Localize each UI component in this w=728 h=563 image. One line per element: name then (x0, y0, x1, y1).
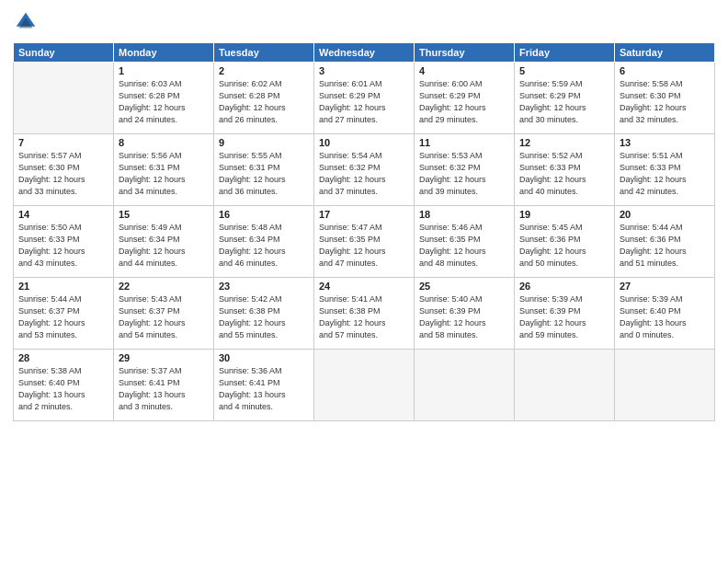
day-number: 17 (319, 209, 409, 220)
day-number: 27 (620, 281, 710, 292)
calendar-week-4: 21Sunrise: 5:44 AM Sunset: 6:37 PM Dayli… (14, 278, 715, 350)
day-info: Sunrise: 5:59 AM Sunset: 6:29 PM Dayligh… (519, 78, 609, 126)
day-info: Sunrise: 5:49 AM Sunset: 6:34 PM Dayligh… (119, 222, 209, 270)
day-info: Sunrise: 5:44 AM Sunset: 6:36 PM Dayligh… (620, 222, 710, 270)
day-number: 25 (419, 281, 509, 292)
calendar-cell: 18Sunrise: 5:46 AM Sunset: 6:35 PM Dayli… (415, 206, 515, 278)
day-info: Sunrise: 6:00 AM Sunset: 6:29 PM Dayligh… (419, 78, 509, 126)
day-number: 3 (319, 65, 409, 76)
day-number: 23 (219, 281, 309, 292)
day-info: Sunrise: 5:50 AM Sunset: 6:33 PM Dayligh… (18, 222, 108, 270)
calendar-cell (515, 350, 615, 421)
weekday-header-monday: Monday (114, 43, 214, 63)
calendar-cell: 20Sunrise: 5:44 AM Sunset: 6:36 PM Dayli… (615, 206, 715, 278)
day-info: Sunrise: 5:47 AM Sunset: 6:35 PM Dayligh… (319, 222, 409, 270)
weekday-header-friday: Friday (515, 43, 615, 63)
day-info: Sunrise: 5:39 AM Sunset: 6:40 PM Dayligh… (620, 293, 710, 341)
day-number: 5 (519, 65, 609, 76)
day-number: 29 (119, 352, 209, 363)
header (13, 9, 715, 35)
day-info: Sunrise: 5:58 AM Sunset: 6:30 PM Dayligh… (620, 78, 710, 126)
calendar-cell: 4Sunrise: 6:00 AM Sunset: 6:29 PM Daylig… (415, 63, 515, 134)
day-info: Sunrise: 5:39 AM Sunset: 6:39 PM Dayligh… (519, 293, 609, 341)
calendar-cell (415, 350, 515, 421)
day-number: 1 (119, 65, 209, 76)
day-number: 14 (18, 209, 108, 220)
weekday-header-row: SundayMondayTuesdayWednesdayThursdayFrid… (14, 43, 715, 63)
day-info: Sunrise: 5:55 AM Sunset: 6:31 PM Dayligh… (219, 150, 309, 198)
calendar-cell: 24Sunrise: 5:41 AM Sunset: 6:38 PM Dayli… (314, 278, 415, 350)
weekday-header-tuesday: Tuesday (214, 43, 314, 63)
day-number: 21 (18, 281, 108, 292)
day-number: 20 (620, 209, 710, 220)
day-number: 12 (519, 137, 609, 148)
calendar-cell: 11Sunrise: 5:53 AM Sunset: 6:32 PM Dayli… (415, 134, 515, 206)
day-number: 11 (419, 137, 509, 148)
day-info: Sunrise: 5:42 AM Sunset: 6:38 PM Dayligh… (219, 293, 309, 341)
calendar-cell (314, 350, 415, 421)
day-info: Sunrise: 5:52 AM Sunset: 6:33 PM Dayligh… (519, 150, 609, 198)
calendar-cell: 10Sunrise: 5:54 AM Sunset: 6:32 PM Dayli… (314, 134, 415, 206)
calendar-cell: 14Sunrise: 5:50 AM Sunset: 6:33 PM Dayli… (14, 206, 114, 278)
day-info: Sunrise: 6:03 AM Sunset: 6:28 PM Dayligh… (119, 78, 209, 126)
calendar-cell: 21Sunrise: 5:44 AM Sunset: 6:37 PM Dayli… (14, 278, 114, 350)
day-number: 10 (319, 137, 409, 148)
weekday-header-thursday: Thursday (415, 43, 515, 63)
calendar-cell: 7Sunrise: 5:57 AM Sunset: 6:30 PM Daylig… (14, 134, 114, 206)
day-number: 28 (18, 352, 108, 363)
calendar-cell: 27Sunrise: 5:39 AM Sunset: 6:40 PM Dayli… (615, 278, 715, 350)
day-info: Sunrise: 5:53 AM Sunset: 6:32 PM Dayligh… (419, 150, 509, 198)
day-info: Sunrise: 5:36 AM Sunset: 6:41 PM Dayligh… (219, 365, 309, 413)
calendar-week-2: 7Sunrise: 5:57 AM Sunset: 6:30 PM Daylig… (14, 134, 715, 206)
day-info: Sunrise: 5:38 AM Sunset: 6:40 PM Dayligh… (18, 365, 108, 413)
calendar-week-1: 1Sunrise: 6:03 AM Sunset: 6:28 PM Daylig… (14, 63, 715, 134)
day-number: 4 (419, 65, 509, 76)
calendar-cell: 23Sunrise: 5:42 AM Sunset: 6:38 PM Dayli… (214, 278, 314, 350)
calendar-cell: 13Sunrise: 5:51 AM Sunset: 6:33 PM Dayli… (615, 134, 715, 206)
day-info: Sunrise: 5:57 AM Sunset: 6:30 PM Dayligh… (18, 150, 108, 198)
weekday-header-wednesday: Wednesday (314, 43, 415, 63)
logo (13, 9, 42, 35)
calendar-cell (14, 63, 114, 134)
calendar-week-5: 28Sunrise: 5:38 AM Sunset: 6:40 PM Dayli… (14, 350, 715, 421)
weekday-header-saturday: Saturday (615, 43, 715, 63)
day-info: Sunrise: 5:44 AM Sunset: 6:37 PM Dayligh… (18, 293, 108, 341)
day-number: 7 (18, 137, 108, 148)
day-info: Sunrise: 5:51 AM Sunset: 6:33 PM Dayligh… (620, 150, 710, 198)
calendar-cell: 3Sunrise: 6:01 AM Sunset: 6:29 PM Daylig… (314, 63, 415, 134)
day-info: Sunrise: 6:02 AM Sunset: 6:28 PM Dayligh… (219, 78, 309, 126)
day-number: 6 (620, 65, 710, 76)
calendar-cell (615, 350, 715, 421)
day-number: 15 (119, 209, 209, 220)
calendar-week-3: 14Sunrise: 5:50 AM Sunset: 6:33 PM Dayli… (14, 206, 715, 278)
calendar-cell: 16Sunrise: 5:48 AM Sunset: 6:34 PM Dayli… (214, 206, 314, 278)
day-number: 24 (319, 281, 409, 292)
day-number: 26 (519, 281, 609, 292)
day-number: 13 (620, 137, 710, 148)
calendar-cell: 19Sunrise: 5:45 AM Sunset: 6:36 PM Dayli… (515, 206, 615, 278)
calendar-cell: 28Sunrise: 5:38 AM Sunset: 6:40 PM Dayli… (14, 350, 114, 421)
calendar-cell: 12Sunrise: 5:52 AM Sunset: 6:33 PM Dayli… (515, 134, 615, 206)
calendar-cell: 1Sunrise: 6:03 AM Sunset: 6:28 PM Daylig… (114, 63, 214, 134)
day-info: Sunrise: 6:01 AM Sunset: 6:29 PM Dayligh… (319, 78, 409, 126)
day-info: Sunrise: 5:41 AM Sunset: 6:38 PM Dayligh… (319, 293, 409, 341)
calendar-cell: 22Sunrise: 5:43 AM Sunset: 6:37 PM Dayli… (114, 278, 214, 350)
day-number: 9 (219, 137, 309, 148)
day-number: 30 (219, 352, 309, 363)
day-number: 2 (219, 65, 309, 76)
day-info: Sunrise: 5:37 AM Sunset: 6:41 PM Dayligh… (119, 365, 209, 413)
calendar-cell: 25Sunrise: 5:40 AM Sunset: 6:39 PM Dayli… (415, 278, 515, 350)
calendar-table: SundayMondayTuesdayWednesdayThursdayFrid… (13, 42, 715, 421)
day-info: Sunrise: 5:48 AM Sunset: 6:34 PM Dayligh… (219, 222, 309, 270)
calendar-cell: 15Sunrise: 5:49 AM Sunset: 6:34 PM Dayli… (114, 206, 214, 278)
day-info: Sunrise: 5:54 AM Sunset: 6:32 PM Dayligh… (319, 150, 409, 198)
calendar-cell: 30Sunrise: 5:36 AM Sunset: 6:41 PM Dayli… (214, 350, 314, 421)
day-number: 18 (419, 209, 509, 220)
logo-icon (13, 9, 39, 35)
calendar-cell: 6Sunrise: 5:58 AM Sunset: 6:30 PM Daylig… (615, 63, 715, 134)
day-number: 16 (219, 209, 309, 220)
calendar-cell: 8Sunrise: 5:56 AM Sunset: 6:31 PM Daylig… (114, 134, 214, 206)
calendar-cell: 2Sunrise: 6:02 AM Sunset: 6:28 PM Daylig… (214, 63, 314, 134)
day-number: 19 (519, 209, 609, 220)
calendar-cell: 17Sunrise: 5:47 AM Sunset: 6:35 PM Dayli… (314, 206, 415, 278)
